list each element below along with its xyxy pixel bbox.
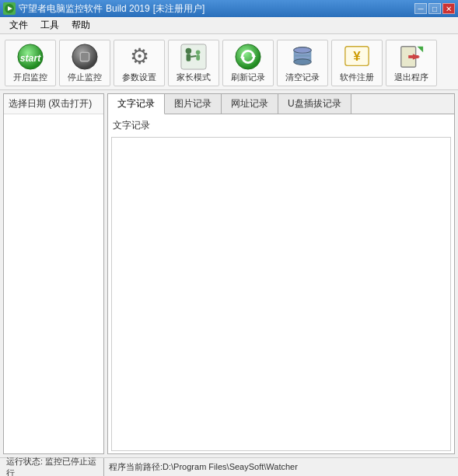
status-left: 运行状态: 监控已停止运行	[3, 458, 104, 476]
clear-label: 清空记录	[285, 72, 320, 83]
tab-content-label: 文字记录	[111, 117, 451, 134]
settings-icon: ⚙	[125, 44, 153, 70]
svg-point-18	[294, 58, 312, 65]
settings-label: 参数设置	[122, 72, 156, 83]
exit-label: 退出程序	[394, 72, 428, 83]
exit-program-button[interactable]: 退出程序	[386, 40, 437, 86]
minimize-button[interactable]: ─	[414, 3, 427, 14]
svg-rect-11	[196, 54, 200, 61]
parent-mode-icon	[180, 44, 208, 70]
start-label: 开启监控	[13, 72, 47, 83]
svg-rect-26	[408, 55, 418, 58]
svg-text:start: start	[20, 52, 42, 63]
menu-help[interactable]: 帮助	[65, 17, 96, 33]
svg-text:¥: ¥	[353, 48, 361, 63]
start-monitoring-button[interactable]: start 开启监控	[5, 40, 56, 86]
svg-point-8	[186, 47, 192, 54]
date-selector-panel: 选择日期 (双击打开)	[3, 93, 104, 454]
svg-rect-9	[187, 54, 191, 61]
toolbar: start 开启监控 停止监控 ⚙	[0, 34, 458, 90]
menu-bar: 文件 工具 帮助	[0, 17, 458, 34]
parent-mode-label: 家长模式	[177, 72, 211, 83]
settings-button[interactable]: ⚙ 参数设置	[114, 40, 165, 86]
maximize-button[interactable]: □	[428, 3, 441, 14]
run-status: 运行状态: 监控已停止运行	[6, 456, 100, 477]
register-label: 软件注册	[340, 72, 374, 83]
svg-point-10	[196, 50, 201, 54]
svg-rect-5	[80, 52, 89, 61]
svg-point-13	[236, 44, 260, 68]
software-register-button[interactable]: ¥ 软件注册	[331, 40, 383, 86]
app-icon	[3, 2, 16, 15]
svg-marker-27	[418, 46, 424, 52]
status-bar: 运行状态: 监控已停止运行 程序当前路径:D:\Program Files\Se…	[0, 457, 458, 476]
title-bar-controls: ─ □ ✕	[414, 3, 455, 14]
program-path: 程序当前路径:D:\Program Files\SeaySoft\Watcher	[109, 462, 298, 471]
close-button[interactable]: ✕	[442, 3, 455, 14]
start-icon: start	[16, 44, 44, 70]
app-title: 守望者电脑监控软件	[19, 2, 103, 16]
user-status: [未注册用户]	[153, 2, 205, 16]
menu-tools[interactable]: 工具	[34, 17, 65, 33]
title-bar-left: 守望者电脑监控软件 Build 2019 [未注册用户]	[3, 2, 205, 16]
records-panel: 文字记录 图片记录 网址记录 U盘插拔记录 文字记录	[107, 93, 455, 454]
svg-text:⚙: ⚙	[130, 44, 149, 68]
clear-icon	[288, 44, 316, 70]
status-right: 程序当前路径:D:\Program Files\SeaySoft\Watcher	[104, 461, 455, 473]
svg-line-12	[191, 56, 196, 57]
clear-records-button[interactable]: 清空记录	[277, 40, 328, 86]
stop-monitoring-button[interactable]: 停止监控	[59, 40, 110, 86]
parent-mode-button[interactable]: 家长模式	[168, 40, 219, 86]
stop-label: 停止监控	[68, 72, 102, 83]
refresh-label: 刷新记录	[231, 72, 265, 83]
records-content-area[interactable]	[111, 137, 451, 451]
stop-icon	[71, 44, 99, 70]
tab-url-records[interactable]: 网址记录	[222, 94, 278, 114]
refresh-records-button[interactable]: 刷新记录	[222, 40, 274, 86]
tabs-container: 文字记录 图片记录 网址记录 U盘插拔记录	[108, 94, 454, 114]
date-selector-header: 选择日期 (双击打开)	[4, 94, 103, 114]
tab-text-records[interactable]: 文字记录	[108, 94, 165, 114]
svg-point-19	[294, 47, 312, 53]
tab-image-records[interactable]: 图片记录	[165, 94, 222, 114]
exit-icon	[397, 44, 425, 70]
build-label: Build 2019	[106, 3, 150, 14]
tab-usb-records[interactable]: U盘插拔记录	[278, 94, 351, 114]
main-content: 选择日期 (双击打开) 文字记录 图片记录 网址记录 U盘插拔记录 文字记录	[0, 90, 458, 457]
register-icon: ¥	[343, 44, 371, 70]
menu-file[interactable]: 文件	[3, 17, 34, 33]
tab-content-area: 文字记录	[108, 114, 454, 453]
title-bar: 守望者电脑监控软件 Build 2019 [未注册用户] ─ □ ✕	[0, 0, 458, 17]
refresh-icon	[234, 44, 262, 70]
